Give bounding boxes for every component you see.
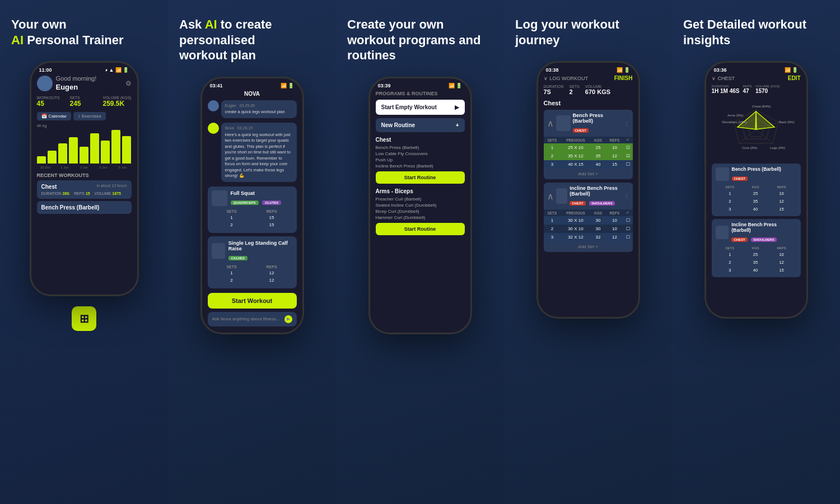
table-row: 1 25 10 xyxy=(717,190,796,197)
svg-text:Back (0%): Back (0%) xyxy=(779,120,795,124)
workout-stats: DURATION 38S REPS 15 VOLUME 1875 xyxy=(41,192,127,195)
tab-exercises[interactable]: ↕ Exercises xyxy=(73,112,106,120)
log-exercise-bench: ∧ Bench Press (Barbell) CHEST ⋮ SETS PRE… xyxy=(544,110,633,179)
tab-calendar[interactable]: 📅 Calendar xyxy=(37,112,71,120)
chat-input-bar: Ask Nova anything about fitness... ▶ xyxy=(208,312,297,326)
phone-notch-3 xyxy=(398,78,442,91)
bar-2 xyxy=(48,151,57,164)
bar-1 xyxy=(37,156,46,164)
p5-exercise-incline: Incline Bench Press (Barbell) CHEST SHOU… xyxy=(712,219,801,277)
chevron-down-icon: ∨ xyxy=(544,76,548,81)
log-stat-volume: VOLUME 670 KGS xyxy=(585,85,610,95)
user-avatar xyxy=(208,100,219,111)
insight-stat-duration: DURATION 1H 1M 46S xyxy=(712,85,740,94)
routine-arms-biceps: Arms - Biceps Preacher Curl (Barbell) Se… xyxy=(376,188,465,235)
svg-text:Core (0%): Core (0%) xyxy=(742,146,757,150)
table-row: 3 32 X 12 32 12 ☐ xyxy=(544,233,633,241)
phone-mockup-5: 03:36 📶 🔋 ∨ CHEST EDIT DURATION 1H 1M 46… xyxy=(704,61,808,319)
bar-8 xyxy=(111,130,120,164)
log-header: ∨ LOG WORKOUT FINISH xyxy=(544,75,633,81)
p5-exercise-bench: Bench Press (Barbell) CHEST SETS KGS REP… xyxy=(712,164,801,216)
svg-text:Legs (0%): Legs (0%) xyxy=(770,146,785,150)
panel-1-title: Your own AI Personal Trainer xyxy=(11,17,157,48)
svg-text:Shoulders (18%): Shoulders (18%) xyxy=(722,120,747,124)
table-row: 2 35 12 xyxy=(717,259,796,265)
p5-bench-table: SETS KGS REPS 1 25 10 2 35 12 xyxy=(716,184,797,213)
app-logo: ⊞ xyxy=(72,306,96,331)
start-workout-button[interactable]: Start Workout xyxy=(208,293,297,309)
calf-thumb xyxy=(212,243,225,259)
phone-mockup-3: 03:39 📶 🔋 PROGRAMS & ROUTINES Start Empt… xyxy=(368,77,472,334)
log-stat-sets: SETS 2 xyxy=(570,85,580,95)
recent-workout-bench: Bench Press (Barbell) xyxy=(37,201,132,214)
log-stat-duration: DURATION 7S xyxy=(544,85,564,95)
p5-incline-table: SETS KGS REPS 1 25 10 2 35 12 xyxy=(716,245,797,274)
panel-3-title: Create your own workout programs and rou… xyxy=(347,17,493,63)
new-routine-button[interactable]: New Routine + xyxy=(376,118,465,132)
bar-chart xyxy=(37,130,132,164)
phone-screen-3: PROGRAMS & ROUTINES Start Empty Workout … xyxy=(370,91,470,328)
table-row: 3 40 15 xyxy=(717,206,796,212)
edit-button[interactable]: EDIT xyxy=(788,75,801,81)
table-row: 3 40 X 15 40 15 ☐ xyxy=(544,160,633,169)
stat-vol: VOLUME 1875 xyxy=(95,192,121,195)
bench-thumb xyxy=(556,115,571,131)
incline-thumb xyxy=(556,188,568,204)
phone-notch-4 xyxy=(566,63,610,75)
phone-notch-5 xyxy=(734,63,778,75)
log-exercise-incline: ∧ Incline Bench Press (Barbell) CHEST SH… xyxy=(544,183,633,252)
finish-button[interactable]: FINISH xyxy=(614,75,633,81)
svg-text:Chest (84%): Chest (84%) xyxy=(752,105,771,108)
avatar xyxy=(37,76,53,91)
recent-workout-chest: Chest in about 13 hours DURATION 38S REP… xyxy=(37,180,132,199)
phone-notch xyxy=(62,63,106,75)
more-icon-2[interactable]: ⋮ xyxy=(624,193,629,199)
add-set-button-incline[interactable]: Add Set + xyxy=(544,241,633,252)
start-routine-chest-button[interactable]: Start Routine xyxy=(376,171,465,184)
chevron-down-icon-5: ∨ xyxy=(712,76,716,81)
insight-stat-reps: REPS 47 xyxy=(743,85,752,94)
stat-sets: SETS 245 xyxy=(70,96,99,108)
phone-screen-1: Good morning! Eugen ⚙ WORKOUTS 45 SETS 2… xyxy=(31,75,137,290)
svg-text:Arms (0%): Arms (0%) xyxy=(727,114,743,117)
chat-message-user: Eugen 03.29.09 create a quick legs worko… xyxy=(208,100,297,118)
stat-reps: REPS 15 xyxy=(74,192,90,195)
panel-ask-ai: Ask AI to create personalised workout pl… xyxy=(168,0,336,504)
bar-7 xyxy=(101,141,110,164)
nova-avatar xyxy=(208,123,219,134)
tab-row: 📅 Calendar ↕ Exercises xyxy=(37,112,132,120)
phone-mockup-4: 03:38 📶 🔋 ∨ LOG WORKOUT FINISH DURATION … xyxy=(536,61,640,319)
bar-5 xyxy=(80,147,88,164)
table-row: 1 30 X 10 30 10 ☐ xyxy=(544,216,633,225)
table-row: 2 30 X 10 30 10 ☐ xyxy=(544,225,633,233)
table-row: 2 35 X 12 35 12 ☑ xyxy=(544,152,633,160)
insights-stats: DURATION 1H 1M 46S REPS 47 VOLUME (KGS) … xyxy=(712,85,801,94)
panel-4-title: Log your workout journey xyxy=(515,17,661,48)
radar-chart: Chest (84%) Back (0%) Legs (0%) Core (0%… xyxy=(712,99,801,160)
insight-stat-volume: VOLUME (KGS) 1570 xyxy=(755,85,780,94)
phone-screen-4: ∨ LOG WORKOUT FINISH DURATION 7S SETS 2 … xyxy=(538,75,638,312)
stats-row: WORKOUTS 45 SETS 245 VOLUME (KGS) 259.5K xyxy=(37,96,132,108)
settings-icon[interactable]: ⚙ xyxy=(125,80,132,87)
p5-bench-thumb xyxy=(716,167,729,181)
p5-incline-thumb xyxy=(716,226,729,239)
panel-insights: Get Detailed workout insights 03:36 📶 🔋 … xyxy=(672,0,840,504)
phone-mockup-2: 03:41 📶 🔋 NOVA Eugen 03.29.09 create a q… xyxy=(200,77,304,334)
more-icon[interactable]: ⋮ xyxy=(624,120,629,127)
logo-area: ⊞ xyxy=(72,306,96,337)
insights-header: ∨ CHEST EDIT xyxy=(712,75,801,81)
start-empty-workout-button[interactable]: Start Empty Workout ▶ xyxy=(376,100,465,115)
bar-9 xyxy=(122,136,131,164)
add-set-button-bench[interactable]: Add Set + xyxy=(544,169,633,179)
stat-workouts: WORKOUTS 45 xyxy=(37,96,66,108)
start-routine-arms-button[interactable]: Start Routine xyxy=(376,223,465,235)
table-row: 1 25 X 10 25 10 ☑ xyxy=(544,143,633,152)
phone-mockup-1: 11:00 ● ▲ 📶 🔋 Good morning! Eugen ⚙ WORK… xyxy=(30,61,139,296)
panel-programs: Create your own workout programs and rou… xyxy=(336,0,504,504)
squat-sets: SETS REPS 1 15 2 15 xyxy=(212,208,293,229)
send-button[interactable]: ▶ xyxy=(284,315,292,323)
table-row: 3 40 15 xyxy=(717,267,796,273)
bench-sets-table: SETS PREVIOUS KGS REPS ✓ 1 25 X 10 25 10… xyxy=(544,137,633,169)
exercise-card-squat: Full Squat QUADRICEPS GLUTES SETS REPS 1… xyxy=(208,186,297,233)
exercise-card-calf: Single Leg Standing Calf Raise CALVES SE… xyxy=(208,236,297,288)
